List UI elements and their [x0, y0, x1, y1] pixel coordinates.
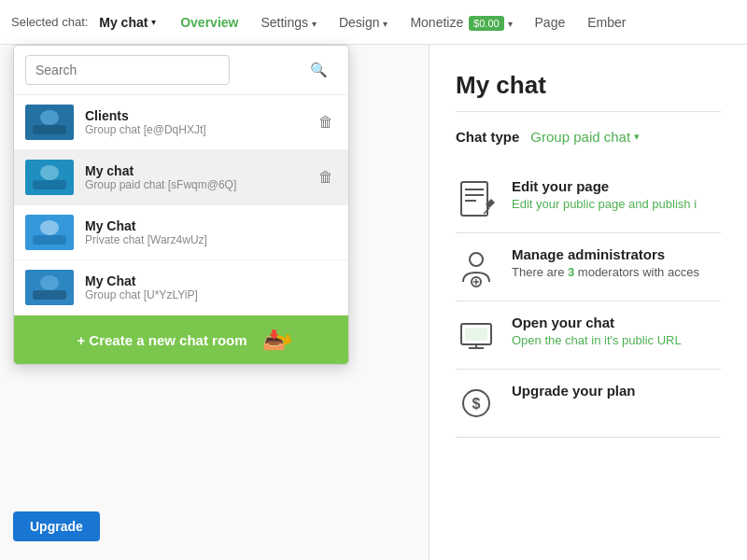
top-navigation: Selected chat: My chat ▾ Overview Settin… — [0, 0, 747, 45]
info-content-manage-admins: Manage administrators There are 3 modera… — [512, 246, 699, 279]
info-content-upgrade-plan: Upgrade your plan — [512, 383, 636, 401]
svg-point-1 — [40, 110, 59, 125]
info-content-open-chat: Open your chat Open the chat in it's pub… — [512, 315, 682, 347]
chat-list-item-mychat2[interactable]: My Chat Private chat [Warz4wUz] — [14, 205, 348, 260]
chat-list: Clients Group chat [e@DqHXJt] 🗑 — [14, 95, 348, 315]
page-title: My chat — [456, 71, 721, 100]
chat-list-item-clients[interactable]: Clients Group chat [e@DqHXJt] 🗑 — [14, 95, 348, 150]
nav-link-ember[interactable]: Ember — [578, 9, 635, 35]
chat-list-item-mychat3[interactable]: My Chat Group chat [U*YzLYiP] — [14, 260, 348, 315]
selected-chat-name[interactable]: My chat — [99, 15, 148, 30]
chat-thumbnail-clients — [25, 105, 74, 140]
chat-name-mychat3: My Chat — [85, 273, 337, 288]
chat-name-mychat2: My Chat — [85, 218, 337, 233]
right-panel: My chat Chat type Group paid chat ▾ — [430, 45, 747, 560]
chat-type-value-text: Group paid chat — [530, 129, 630, 145]
chat-sub-mychat3: Group chat [U*YzLYiP] — [85, 288, 337, 301]
nav-link-design[interactable]: Design ▾ — [330, 9, 397, 35]
chat-info-clients: Clients Group chat [e@DqHXJt] — [85, 108, 303, 136]
svg-point-7 — [40, 220, 59, 235]
info-title-open-chat: Open your chat — [512, 315, 682, 330]
chat-sub-mychat: Group paid chat [sFwqm@6Q] — [85, 178, 303, 191]
chat-list-item-mychat[interactable]: My chat Group paid chat [sFwqm@6Q] 🗑 — [14, 150, 348, 205]
svg-rect-5 — [33, 180, 66, 189]
monetize-arrow-icon: ▾ — [508, 19, 513, 29]
chat-type-dropdown[interactable]: Group paid chat ▾ — [530, 129, 640, 145]
info-title-edit-page: Edit your page — [512, 178, 697, 194]
selected-chat-dropdown-arrow[interactable]: ▾ — [151, 17, 156, 27]
chat-type-arrow-icon: ▾ — [634, 131, 640, 143]
info-desc-open-chat: Open the chat in it's public URL — [512, 333, 682, 347]
create-room-label: + Create a new chat room — [77, 332, 247, 348]
svg-point-18 — [470, 253, 483, 266]
monetize-badge: $0.00 — [469, 16, 504, 31]
info-content-edit-page: Edit your page Edit your public page and… — [512, 178, 697, 211]
search-row: 🔍 — [14, 46, 348, 95]
upgrade-button[interactable]: Upgrade — [13, 511, 100, 541]
chat-info-mychat: My chat Group paid chat [sFwqm@6Q] — [85, 163, 303, 191]
svg-rect-2 — [33, 125, 66, 134]
svg-rect-8 — [33, 235, 66, 245]
nav-link-settings[interactable]: Settings ▾ — [251, 9, 325, 35]
search-wrap: 🔍 — [25, 55, 337, 85]
chat-thumbnail-mychat — [25, 160, 74, 195]
design-arrow-icon: ▾ — [383, 19, 388, 29]
selected-chat-label: Selected chat: — [11, 15, 88, 29]
desc-prefix: There are — [512, 265, 568, 279]
delete-button-mychat[interactable]: 🗑 — [315, 167, 337, 188]
chat-type-label: Chat type — [456, 129, 519, 145]
nav-link-page[interactable]: Page — [526, 9, 575, 35]
main-container: 🔍 Clients Group chat — [0, 45, 747, 560]
chat-sub-clients: Group chat [e@DqHXJt] — [85, 123, 303, 136]
chat-info-mychat2: My Chat Private chat [Warz4wUz] — [85, 218, 337, 246]
desc-suffix: moderators with acces — [574, 265, 699, 279]
chat-name-mychat: My chat — [85, 163, 303, 178]
chat-dropdown: 🔍 Clients Group chat — [13, 45, 349, 365]
info-card-upgrade-plan: $ Upgrade your plan — [456, 370, 721, 438]
search-icon: 🔍 — [310, 62, 328, 78]
svg-rect-11 — [33, 290, 66, 300]
svg-rect-12 — [461, 182, 487, 216]
info-title-upgrade-plan: Upgrade your plan — [512, 383, 636, 399]
chat-actions-mychat: 🗑 — [315, 167, 337, 188]
chat-type-row: Chat type Group paid chat ▾ — [456, 129, 721, 145]
left-panel: 🔍 Clients Group chat — [0, 45, 430, 560]
search-input[interactable] — [25, 55, 230, 85]
chat-thumbnail-mychat2 — [25, 215, 74, 250]
info-card-open-chat: Open your chat Open the chat in it's pub… — [456, 301, 721, 370]
delete-button-clients[interactable]: 🗑 — [315, 112, 337, 133]
upgrade-plan-icon: $ — [456, 383, 497, 424]
info-title-manage-admins: Manage administrators — [512, 246, 699, 262]
svg-point-4 — [40, 165, 59, 180]
settings-arrow-icon: ▾ — [312, 19, 317, 29]
svg-point-10 — [40, 275, 59, 290]
chat-actions-clients: 🗑 — [315, 112, 337, 133]
info-desc-manage-admins: There are 3 moderators with acces — [512, 265, 699, 279]
chat-sub-mychat2: Private chat [Warz4wUz] — [85, 233, 337, 246]
chat-info-mychat3: My Chat Group chat [U*YzLYiP] — [85, 273, 337, 301]
svg-text:$: $ — [472, 396, 481, 412]
info-desc-edit-page: Edit your public page and publish i — [512, 197, 697, 211]
manage-admins-icon — [456, 246, 497, 287]
svg-rect-25 — [465, 328, 487, 341]
create-room-button[interactable]: + Create a new chat room ➜ 📥 — [14, 315, 348, 364]
info-card-manage-admins: Manage administrators There are 3 modera… — [456, 233, 721, 301]
chat-thumbnail-mychat3 — [25, 270, 74, 305]
title-divider — [456, 111, 721, 112]
nav-link-monetize[interactable]: Monetize $0.00 ▾ — [401, 9, 521, 35]
chat-name-clients: Clients — [85, 108, 303, 123]
open-chat-icon — [456, 315, 497, 356]
nav-link-overview[interactable]: Overview — [171, 9, 247, 35]
info-card-edit-page: Edit your page Edit your public page and… — [456, 165, 721, 233]
edit-page-icon — [456, 178, 497, 219]
